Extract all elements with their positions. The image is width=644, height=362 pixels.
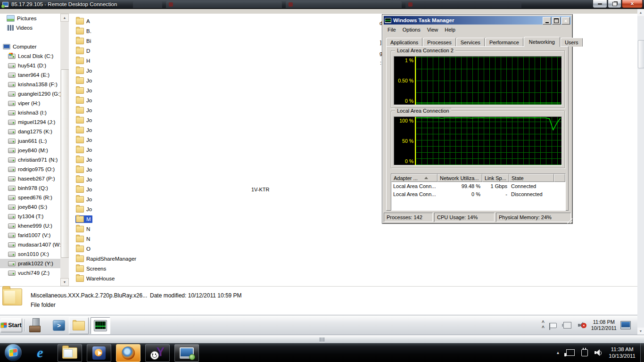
folder-row[interactable]: WareHouse bbox=[75, 273, 138, 283]
task-manager-taskbar-button[interactable] bbox=[91, 317, 110, 334]
windows-explorer-button[interactable] bbox=[58, 344, 82, 362]
menu-item[interactable]: Help bbox=[441, 26, 459, 33]
sidebar-item[interactable]: Local Disk (C:) bbox=[0, 51, 60, 61]
scroll-down-icon[interactable]: ▼ bbox=[637, 328, 644, 335]
sidebar-item[interactable]: joey840 (S:) bbox=[0, 202, 60, 212]
start-orb[interactable] bbox=[5, 344, 22, 361]
folder-row[interactable]: Jo bbox=[75, 95, 138, 105]
tab[interactable]: Performance bbox=[485, 38, 523, 47]
sidebar-item[interactable]: farid1007 (V:) bbox=[0, 230, 60, 240]
sidebar-item[interactable]: krishna1358 (F:) bbox=[0, 80, 60, 89]
sidebar-scrollbar[interactable]: ▲ ▼ bbox=[60, 14, 69, 286]
folder-row[interactable]: Jo bbox=[75, 75, 138, 85]
host-clock[interactable]: 11:38 AM 10/13/2011 bbox=[609, 346, 636, 359]
folder-row[interactable]: Jo bbox=[75, 135, 138, 145]
folder-row[interactable]: Jo bbox=[75, 165, 138, 174]
folder-row[interactable]: H bbox=[75, 56, 138, 66]
flag-icon[interactable] bbox=[550, 323, 557, 328]
sidebar-item[interactable]: krishna3 (I:) bbox=[0, 108, 60, 117]
sidebar-item[interactable]: speed676 (R:) bbox=[0, 193, 60, 202]
power-plug-icon[interactable] bbox=[581, 349, 588, 356]
maximize-button[interactable] bbox=[552, 17, 561, 25]
sidebar-item[interactable]: Computer bbox=[0, 42, 60, 51]
collapse-chevron-icon[interactable]: ^^ bbox=[542, 320, 544, 330]
vertical-scrollbar-thumb[interactable] bbox=[638, 40, 644, 68]
tab[interactable]: Users bbox=[561, 38, 583, 47]
folder-row[interactable]: Jo bbox=[75, 194, 138, 204]
folder-row[interactable]: M bbox=[75, 214, 138, 224]
sidebar-item[interactable]: pratik1022 (Y:) bbox=[0, 259, 60, 268]
sidebar-item[interactable]: taner964 (E:) bbox=[0, 70, 60, 80]
sidebar-item[interactable]: miguel1294 (J:) bbox=[0, 117, 60, 127]
sidebar-item[interactable]: Pictures bbox=[0, 14, 60, 23]
folder-row[interactable]: Jo bbox=[75, 125, 138, 135]
scroll-up-icon[interactable]: ▲ bbox=[637, 9, 644, 16]
minimize-button[interactable] bbox=[593, 0, 607, 8]
sidebar-item[interactable]: binh978 (Q:) bbox=[0, 183, 60, 193]
sidebar-item[interactable]: huy541 (D:) bbox=[0, 61, 60, 70]
close-button[interactable]: × bbox=[622, 0, 643, 8]
folder-row[interactable]: Jo bbox=[75, 145, 138, 155]
restore-button[interactable] bbox=[608, 0, 621, 8]
sidebar-item[interactable]: khene999 (U:) bbox=[0, 221, 60, 230]
sidebar-item[interactable]: mudasar1407 (W:) bbox=[0, 240, 60, 249]
folder-row[interactable]: B. bbox=[75, 26, 138, 36]
tab[interactable]: Services bbox=[456, 38, 485, 47]
server-manager-icon[interactable] bbox=[29, 318, 45, 332]
folder-row[interactable]: Jo bbox=[75, 115, 138, 125]
folder-row[interactable]: D bbox=[75, 46, 138, 56]
sidebar-item[interactable]: guanglei1290 (G:) bbox=[0, 89, 60, 99]
tab[interactable]: Networking bbox=[524, 37, 560, 47]
network-icon[interactable] bbox=[563, 322, 571, 329]
menu-item[interactable]: View bbox=[424, 26, 442, 33]
sidebar-item[interactable]: joey840 (M:) bbox=[0, 146, 60, 155]
scroll-down-icon[interactable]: ▼ bbox=[60, 278, 69, 286]
folder-row[interactable]: RapidShareManager bbox=[75, 254, 138, 263]
menu-item[interactable]: Options bbox=[399, 26, 424, 33]
folder-row[interactable]: O bbox=[75, 244, 138, 254]
remote-clock[interactable]: 11:08 PM 10/12/2011 bbox=[591, 319, 617, 331]
folder-row[interactable]: Jo bbox=[75, 155, 138, 165]
folder-row[interactable]: A bbox=[75, 16, 138, 26]
sidebar-item[interactable]: Videos bbox=[0, 23, 60, 33]
folder-row[interactable]: Jo bbox=[75, 85, 138, 95]
rdp-title-bar[interactable]: 85.17.29.105 - Remote Desktop Connection… bbox=[0, 0, 644, 9]
column-header-state[interactable]: State bbox=[509, 174, 554, 182]
task-manager-title-bar[interactable]: Windows Task Manager × bbox=[384, 16, 571, 25]
media-player-button[interactable] bbox=[87, 344, 111, 362]
column-header-linkspeed[interactable]: Link Sp... bbox=[482, 174, 509, 182]
sidebar-item[interactable]: viper (H:) bbox=[0, 99, 60, 108]
sidebar-item[interactable]: son1010 (X:) bbox=[0, 249, 60, 259]
volume-muted-icon[interactable]: × bbox=[578, 322, 586, 329]
show-desktop-icon[interactable] bbox=[620, 321, 631, 329]
firefox-button[interactable] bbox=[116, 344, 140, 362]
sidebar-item[interactable]: haseeb267 (P:) bbox=[0, 174, 60, 183]
folder-row[interactable]: Screens bbox=[75, 263, 138, 273]
folder-row[interactable]: N bbox=[75, 224, 138, 234]
tab[interactable]: Applications bbox=[386, 38, 422, 47]
column-header-utilization[interactable]: Network Utiliza... bbox=[438, 174, 482, 182]
rdp-vertical-scrollbar[interactable]: ▲ ▼ bbox=[637, 9, 644, 335]
folder-row[interactable]: Jo bbox=[75, 66, 138, 75]
close-button[interactable]: × bbox=[561, 17, 570, 25]
minimize-button[interactable] bbox=[543, 17, 551, 25]
adapter-row[interactable]: Local Area Conn... 0 % - Disconnected bbox=[391, 190, 565, 198]
sidebar-item[interactable]: juan661 (L:) bbox=[0, 136, 60, 146]
yahoo-messenger-button[interactable]: Y bbox=[145, 344, 170, 362]
powershell-icon[interactable]: > bbox=[53, 320, 65, 331]
column-header-adapter[interactable]: Adapter ... bbox=[391, 174, 438, 182]
folder-row[interactable]: Bi bbox=[75, 36, 138, 46]
sidebar-item[interactable]: dang1275 (K:) bbox=[0, 127, 60, 136]
rdp-horizontal-scrollbar[interactable] bbox=[0, 335, 644, 344]
sidebar-item[interactable]: ty1304 (T:) bbox=[0, 212, 60, 221]
volume-icon[interactable] bbox=[594, 349, 603, 356]
scroll-up-icon[interactable]: ▲ bbox=[60, 14, 69, 22]
sidebar-item[interactable]: rodrigo975 (O:) bbox=[0, 165, 60, 174]
folder-row[interactable]: Jo bbox=[75, 174, 138, 184]
sidebar-item[interactable]: vuchi749 (Z:) bbox=[0, 268, 60, 278]
tray-expand-arrow-icon[interactable]: ▲ bbox=[556, 351, 560, 355]
adapter-row[interactable]: Local Area Conn... 99.48 % 1 Gbps Connec… bbox=[391, 182, 565, 190]
folder-row[interactable]: Jo bbox=[75, 204, 138, 214]
menu-item[interactable]: File bbox=[384, 26, 399, 33]
remote-desktop-button[interactable] bbox=[174, 344, 199, 362]
